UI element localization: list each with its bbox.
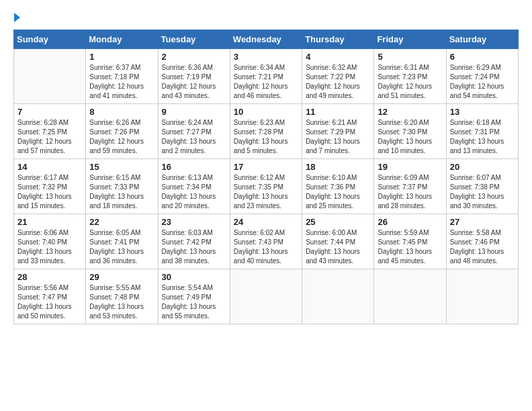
calendar-day-cell: 19Sunrise: 6:09 AM Sunset: 7:37 PM Dayli… <box>374 159 446 214</box>
calendar-day-cell: 8Sunrise: 6:26 AM Sunset: 7:26 PM Daylig… <box>86 104 158 159</box>
logo <box>13 13 20 23</box>
calendar-day-cell <box>446 269 518 324</box>
logo-triangle-icon <box>14 13 20 22</box>
calendar-day-cell <box>230 269 302 324</box>
day-number: 27 <box>450 217 515 227</box>
day-number: 13 <box>450 107 515 117</box>
day-number: 16 <box>162 162 226 172</box>
calendar-day-header: Wednesday <box>230 30 302 49</box>
day-info: Sunrise: 6:12 AM Sunset: 7:35 PM Dayligh… <box>234 173 298 211</box>
calendar-week-row: 21Sunrise: 6:06 AM Sunset: 7:40 PM Dayli… <box>14 214 519 269</box>
day-number: 15 <box>89 162 154 172</box>
calendar-day-cell: 10Sunrise: 6:23 AM Sunset: 7:28 PM Dayli… <box>230 104 302 159</box>
day-number: 11 <box>306 107 370 117</box>
day-number: 1 <box>89 52 154 62</box>
day-info: Sunrise: 6:24 AM Sunset: 7:27 PM Dayligh… <box>162 118 226 156</box>
calendar-day-cell: 29Sunrise: 5:55 AM Sunset: 7:48 PM Dayli… <box>86 269 158 324</box>
day-info: Sunrise: 6:00 AM Sunset: 7:44 PM Dayligh… <box>306 228 370 266</box>
calendar-day-cell: 6Sunrise: 6:29 AM Sunset: 7:24 PM Daylig… <box>446 49 518 104</box>
day-number: 10 <box>234 107 298 117</box>
day-number: 24 <box>234 217 298 227</box>
calendar-day-header: Saturday <box>446 30 518 49</box>
calendar-table: SundayMondayTuesdayWednesdayThursdayFrid… <box>13 30 519 324</box>
day-number: 30 <box>162 272 226 282</box>
calendar-day-cell <box>302 269 374 324</box>
calendar-header-row: SundayMondayTuesdayWednesdayThursdayFrid… <box>14 30 519 49</box>
day-number: 4 <box>306 52 370 62</box>
day-number: 9 <box>162 107 226 117</box>
calendar-day-cell: 7Sunrise: 6:28 AM Sunset: 7:25 PM Daylig… <box>14 104 86 159</box>
day-info: Sunrise: 5:58 AM Sunset: 7:46 PM Dayligh… <box>450 228 515 266</box>
calendar-day-header: Friday <box>374 30 446 49</box>
calendar-day-cell: 4Sunrise: 6:32 AM Sunset: 7:22 PM Daylig… <box>302 49 374 104</box>
calendar-week-row: 14Sunrise: 6:17 AM Sunset: 7:32 PM Dayli… <box>14 159 519 214</box>
day-info: Sunrise: 6:32 AM Sunset: 7:22 PM Dayligh… <box>306 63 370 101</box>
calendar-day-cell: 14Sunrise: 6:17 AM Sunset: 7:32 PM Dayli… <box>14 159 86 214</box>
calendar-day-cell: 9Sunrise: 6:24 AM Sunset: 7:27 PM Daylig… <box>158 104 230 159</box>
calendar-day-cell: 25Sunrise: 6:00 AM Sunset: 7:44 PM Dayli… <box>302 214 374 269</box>
day-info: Sunrise: 6:09 AM Sunset: 7:37 PM Dayligh… <box>378 173 442 211</box>
calendar-day-cell: 22Sunrise: 6:05 AM Sunset: 7:41 PM Dayli… <box>86 214 158 269</box>
calendar-day-cell: 27Sunrise: 5:58 AM Sunset: 7:46 PM Dayli… <box>446 214 518 269</box>
day-info: Sunrise: 6:02 AM Sunset: 7:43 PM Dayligh… <box>234 228 298 266</box>
calendar-day-cell <box>374 269 446 324</box>
calendar-day-header: Sunday <box>14 30 86 49</box>
day-number: 25 <box>306 217 370 227</box>
calendar-day-cell: 2Sunrise: 6:36 AM Sunset: 7:19 PM Daylig… <box>158 49 230 104</box>
day-number: 22 <box>89 217 154 227</box>
calendar-day-cell: 13Sunrise: 6:18 AM Sunset: 7:31 PM Dayli… <box>446 104 518 159</box>
day-info: Sunrise: 6:20 AM Sunset: 7:30 PM Dayligh… <box>378 118 442 156</box>
day-number: 7 <box>17 107 82 117</box>
calendar-day-cell: 26Sunrise: 5:59 AM Sunset: 7:45 PM Dayli… <box>374 214 446 269</box>
day-info: Sunrise: 6:29 AM Sunset: 7:24 PM Dayligh… <box>450 63 515 101</box>
day-info: Sunrise: 6:03 AM Sunset: 7:42 PM Dayligh… <box>162 228 226 266</box>
calendar-day-cell: 12Sunrise: 6:20 AM Sunset: 7:30 PM Dayli… <box>374 104 446 159</box>
day-number: 20 <box>450 162 515 172</box>
calendar-day-cell: 3Sunrise: 6:34 AM Sunset: 7:21 PM Daylig… <box>230 49 302 104</box>
day-info: Sunrise: 6:36 AM Sunset: 7:19 PM Dayligh… <box>162 63 226 101</box>
day-info: Sunrise: 6:28 AM Sunset: 7:25 PM Dayligh… <box>17 118 82 156</box>
calendar-day-cell: 5Sunrise: 6:31 AM Sunset: 7:23 PM Daylig… <box>374 49 446 104</box>
calendar-day-cell: 1Sunrise: 6:37 AM Sunset: 7:18 PM Daylig… <box>86 49 158 104</box>
day-number: 6 <box>450 52 515 62</box>
day-number: 28 <box>17 272 82 282</box>
calendar-day-cell: 28Sunrise: 5:56 AM Sunset: 7:47 PM Dayli… <box>14 269 86 324</box>
day-info: Sunrise: 5:59 AM Sunset: 7:45 PM Dayligh… <box>378 228 442 266</box>
day-info: Sunrise: 6:34 AM Sunset: 7:21 PM Dayligh… <box>234 63 298 101</box>
day-info: Sunrise: 5:56 AM Sunset: 7:47 PM Dayligh… <box>17 283 82 321</box>
day-info: Sunrise: 6:10 AM Sunset: 7:36 PM Dayligh… <box>306 173 370 211</box>
day-info: Sunrise: 5:55 AM Sunset: 7:48 PM Dayligh… <box>89 283 154 321</box>
day-info: Sunrise: 6:18 AM Sunset: 7:31 PM Dayligh… <box>450 118 515 156</box>
day-number: 2 <box>162 52 226 62</box>
calendar-day-cell: 30Sunrise: 5:54 AM Sunset: 7:49 PM Dayli… <box>158 269 230 324</box>
calendar-week-row: 28Sunrise: 5:56 AM Sunset: 7:47 PM Dayli… <box>14 269 519 324</box>
day-info: Sunrise: 6:21 AM Sunset: 7:29 PM Dayligh… <box>306 118 370 156</box>
day-number: 26 <box>378 217 442 227</box>
day-number: 12 <box>378 107 442 117</box>
day-number: 19 <box>378 162 442 172</box>
calendar-day-cell: 16Sunrise: 6:13 AM Sunset: 7:34 PM Dayli… <box>158 159 230 214</box>
day-info: Sunrise: 6:13 AM Sunset: 7:34 PM Dayligh… <box>162 173 226 211</box>
calendar-week-row: 7Sunrise: 6:28 AM Sunset: 7:25 PM Daylig… <box>14 104 519 159</box>
day-number: 29 <box>89 272 154 282</box>
day-info: Sunrise: 5:54 AM Sunset: 7:49 PM Dayligh… <box>162 283 226 321</box>
day-info: Sunrise: 6:23 AM Sunset: 7:28 PM Dayligh… <box>234 118 298 156</box>
calendar-day-cell: 15Sunrise: 6:15 AM Sunset: 7:33 PM Dayli… <box>86 159 158 214</box>
day-info: Sunrise: 6:26 AM Sunset: 7:26 PM Dayligh… <box>89 118 154 156</box>
calendar-week-row: 1Sunrise: 6:37 AM Sunset: 7:18 PM Daylig… <box>14 49 519 104</box>
calendar-day-cell: 24Sunrise: 6:02 AM Sunset: 7:43 PM Dayli… <box>230 214 302 269</box>
calendar-day-cell: 17Sunrise: 6:12 AM Sunset: 7:35 PM Dayli… <box>230 159 302 214</box>
day-number: 18 <box>306 162 370 172</box>
calendar-day-cell: 11Sunrise: 6:21 AM Sunset: 7:29 PM Dayli… <box>302 104 374 159</box>
day-number: 3 <box>234 52 298 62</box>
day-number: 21 <box>17 217 82 227</box>
calendar-day-cell <box>14 49 86 104</box>
calendar-day-cell: 20Sunrise: 6:07 AM Sunset: 7:38 PM Dayli… <box>446 159 518 214</box>
day-number: 8 <box>89 107 154 117</box>
calendar-day-cell: 18Sunrise: 6:10 AM Sunset: 7:36 PM Dayli… <box>302 159 374 214</box>
day-info: Sunrise: 6:06 AM Sunset: 7:40 PM Dayligh… <box>17 228 82 266</box>
calendar-day-cell: 23Sunrise: 6:03 AM Sunset: 7:42 PM Dayli… <box>158 214 230 269</box>
day-number: 23 <box>162 217 226 227</box>
calendar-day-header: Tuesday <box>158 30 230 49</box>
day-info: Sunrise: 6:17 AM Sunset: 7:32 PM Dayligh… <box>17 173 82 211</box>
